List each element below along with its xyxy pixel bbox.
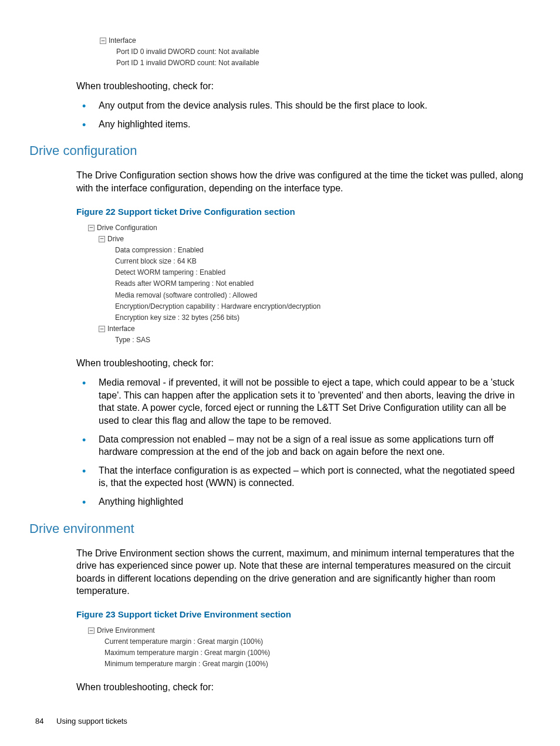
tree-node-label: Interface bbox=[107, 323, 135, 335]
tree-drive-config: Drive Configuration Drive Data compressi… bbox=[88, 222, 525, 346]
list-item: That the interface configuration is as e… bbox=[76, 464, 525, 490]
paragraph: The Drive Environment section shows the … bbox=[76, 547, 525, 598]
page-number: 84 bbox=[35, 717, 43, 725]
footer-title: Using support tickets bbox=[56, 717, 127, 725]
tree-interface: Interface Port ID 0 invalid DWORD count:… bbox=[100, 35, 525, 69]
collapse-icon[interactable] bbox=[99, 326, 105, 332]
list-item: Data compression not enabled – may not b… bbox=[76, 433, 525, 458]
section-heading-drive-config: Drive configuration bbox=[29, 143, 525, 158]
bullet-list: Any output from the device analysis rule… bbox=[76, 99, 525, 130]
paragraph: When troubleshooting, check for: bbox=[76, 80, 525, 93]
collapse-icon[interactable] bbox=[100, 38, 106, 44]
tree-leaf: Current block size : 64 KB bbox=[115, 256, 525, 267]
tree-node-label: Interface bbox=[109, 35, 136, 46]
collapse-icon[interactable] bbox=[88, 225, 95, 231]
tree-leaf: Type : SAS bbox=[115, 335, 525, 346]
page-footer: 84 Using support tickets bbox=[35, 717, 127, 725]
list-item: Media removal - if prevented, it will no… bbox=[76, 376, 525, 427]
paragraph: The Drive Configuration section shows ho… bbox=[76, 169, 525, 194]
paragraph: When troubleshooting, check for: bbox=[76, 681, 525, 694]
tree-leaf: Current temperature margin : Great margi… bbox=[104, 636, 525, 647]
tree-leaf: Reads after WORM tampering : Not enabled bbox=[115, 278, 525, 289]
tree-drive-env: Drive Environment Current temperature ma… bbox=[88, 625, 525, 670]
tree-leaf: Maximum temperature margin : Great margi… bbox=[104, 647, 525, 659]
tree-node-label: Drive Environment bbox=[97, 625, 155, 636]
list-item: Any output from the device analysis rule… bbox=[76, 99, 525, 112]
tree-leaf: Encryption/Decryption capability : Hardw… bbox=[115, 301, 525, 312]
tree-node-label: Drive bbox=[107, 234, 124, 245]
tree-leaf: Media removal (software controlled) : Al… bbox=[115, 290, 525, 301]
list-item: Any highlighted items. bbox=[76, 118, 525, 131]
tree-node-label: Drive Configuration bbox=[97, 222, 157, 234]
collapse-icon[interactable] bbox=[99, 236, 105, 242]
tree-leaf: Detect WORM tampering : Enabled bbox=[115, 267, 525, 278]
tree-leaf: Data compression : Enabled bbox=[115, 245, 525, 256]
tree-leaf: Minimum temperature margin : Great margi… bbox=[104, 659, 525, 670]
figure-caption: Figure 23 Support ticket Drive Environme… bbox=[76, 609, 525, 619]
tree-leaf: Encryption key size : 32 bytes (256 bits… bbox=[115, 312, 525, 323]
figure-caption: Figure 22 Support ticket Drive Configura… bbox=[76, 207, 525, 217]
tree-leaf: Port ID 1 invalid DWORD count: Not avail… bbox=[116, 58, 525, 69]
bullet-list: Media removal - if prevented, it will no… bbox=[76, 376, 525, 508]
paragraph: When troubleshooting, check for: bbox=[76, 357, 525, 370]
list-item: Anything highlighted bbox=[76, 495, 525, 508]
collapse-icon[interactable] bbox=[88, 627, 95, 634]
tree-leaf: Port ID 0 invalid DWORD count: Not avail… bbox=[116, 46, 525, 58]
section-heading-drive-env: Drive environment bbox=[29, 521, 525, 536]
